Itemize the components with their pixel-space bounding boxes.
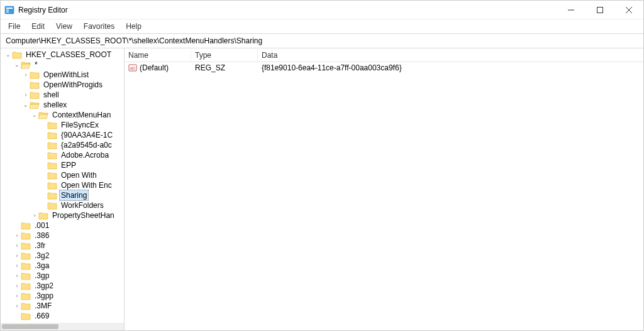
tree-node-cmh-child[interactable]: Adobe.Acroba: [1, 150, 124, 160]
registry-editor-window: Registry Editor File Edit View Favorites…: [0, 0, 644, 331]
folder-icon: [21, 291, 31, 300]
folder-open-icon: [21, 60, 31, 69]
folder-icon: [47, 131, 57, 139]
tree-node-cmh-child[interactable]: Sharing: [1, 190, 124, 200]
value-data: {f81e9010-6ea4-11ce-a7ff-00aa003ca9f6}: [258, 63, 643, 72]
address-input[interactable]: [4, 36, 640, 46]
chevron-right-icon[interactable]: ›: [13, 291, 21, 301]
folder-icon: [21, 281, 31, 290]
window-title: Registry Editor: [18, 6, 557, 14]
chevron-right-icon[interactable]: ›: [13, 241, 21, 251]
tree-node-label: {90AA3A4E-1C: [60, 130, 114, 140]
folder-icon: [47, 121, 57, 129]
chevron-down-icon[interactable]: ⌄: [4, 50, 12, 60]
tree-node-label: OpenWithList: [42, 70, 90, 80]
menu-file[interactable]: File: [3, 21, 25, 32]
tree-node-cmh-child[interactable]: WorkFolders: [1, 200, 124, 210]
maximize-button[interactable]: [586, 1, 614, 19]
tree-node-extension[interactable]: ›.386: [1, 231, 124, 241]
tree-node-extension[interactable]: ›.3ga: [1, 261, 124, 271]
svg-rect-4: [597, 7, 603, 13]
tree-node-extension[interactable]: .669: [1, 311, 124, 321]
chevron-down-icon[interactable]: ⌄: [13, 60, 21, 70]
tree-node-label: .3gp2: [33, 281, 55, 291]
menu-help[interactable]: Help: [121, 21, 147, 32]
chevron-right-icon[interactable]: ›: [13, 261, 21, 271]
tree-node-cmh-child[interactable]: {a2a9545d-a0c: [1, 140, 124, 150]
tree-node-contextmenuhandlers[interactable]: ⌄ ContextMenuHan: [1, 110, 124, 120]
chevron-right-icon[interactable]: ›: [13, 231, 21, 241]
chevron-down-icon[interactable]: ⌄: [31, 110, 38, 120]
tree-node-cmh-child[interactable]: EPP: [1, 160, 124, 170]
menu-edit[interactable]: Edit: [26, 21, 50, 32]
tree-node-extension[interactable]: .001: [1, 220, 124, 231]
tree-node-label: OpenWithProgids: [42, 80, 104, 90]
chevron-right-icon[interactable]: ›: [22, 70, 30, 80]
tree-node-label: {a2a9545d-a0c: [60, 140, 113, 150]
svg-rect-2: [6, 9, 9, 11]
tree-node-label: Open With: [60, 170, 98, 180]
tree-node-label: .3gp: [33, 271, 50, 281]
menu-favorites[interactable]: Favorites: [79, 21, 119, 32]
string-value-icon: ab: [128, 63, 137, 72]
close-button[interactable]: [614, 1, 643, 19]
tree-node-cmh-child[interactable]: Open With Enc: [1, 180, 124, 190]
chevron-right-icon[interactable]: ›: [22, 90, 30, 100]
tree-node-extension[interactable]: ›.3gpp: [1, 291, 124, 301]
folder-icon: [21, 301, 31, 310]
tree-node-extension[interactable]: ›.3MF: [1, 301, 124, 311]
tree-node-openwithprogids[interactable]: OpenWithProgids: [1, 80, 124, 90]
tree-node-label: ContextMenuHan: [51, 110, 112, 120]
menu-view[interactable]: View: [51, 21, 77, 32]
tree-node-openwithlist[interactable]: › OpenWithList: [1, 70, 124, 80]
chevron-down-icon[interactable]: ⌄: [22, 100, 30, 110]
tree-node-cmh-child[interactable]: FileSyncEx: [1, 120, 124, 130]
regedit-icon: [4, 5, 14, 15]
tree-node-star[interactable]: ⌄ *: [1, 60, 124, 70]
list-body[interactable]: ab (Default) REG_SZ {f81e9010-6ea4-11ce-…: [125, 62, 643, 330]
tree-node-propertysheethandlers[interactable]: › PropertySheetHan: [1, 210, 124, 220]
tree-node-shell[interactable]: › shell: [1, 90, 124, 100]
tree-node-cmh-child[interactable]: Open With: [1, 170, 124, 180]
chevron-right-icon[interactable]: ›: [13, 271, 21, 281]
tree-node-shellex[interactable]: ⌄ shellex: [1, 100, 124, 110]
tree-node-label: Sharing: [60, 190, 88, 200]
chevron-right-icon[interactable]: ›: [13, 281, 21, 291]
column-header-name[interactable]: Name: [125, 49, 191, 62]
list-pane: Name Type Data ab (Default): [125, 48, 643, 330]
svg-rect-3: [6, 11, 9, 13]
scrollbar-thumb[interactable]: [2, 324, 58, 329]
folder-icon: [47, 191, 57, 200]
column-header-data[interactable]: Data: [258, 49, 643, 62]
folder-icon: [30, 90, 40, 99]
folder-icon: [21, 251, 31, 260]
list-header: Name Type Data: [125, 48, 643, 62]
tree-node-extension[interactable]: ›.3gp: [1, 271, 124, 281]
tree-node-hkcr[interactable]: ⌄ HKEY_CLASSES_ROOT: [1, 50, 124, 60]
tree-node-label: shellex: [42, 100, 68, 110]
tree-node-label: .3ga: [33, 261, 50, 271]
tree-node-label: WorkFolders: [60, 200, 105, 210]
folder-icon: [38, 211, 48, 220]
tree-node-extension[interactable]: ›.3gp2: [1, 281, 124, 291]
folder-icon: [47, 161, 57, 170]
svg-rect-1: [6, 8, 13, 9]
folder-icon: [30, 80, 40, 89]
folder-icon: [47, 181, 57, 190]
tree-node-label: PropertySheetHan: [51, 210, 116, 220]
column-header-type[interactable]: Type: [191, 49, 258, 62]
folder-icon: [30, 70, 40, 79]
value-row[interactable]: ab (Default) REG_SZ {f81e9010-6ea4-11ce-…: [125, 62, 643, 73]
tree-horizontal-scrollbar[interactable]: [1, 323, 124, 330]
tree-node-label: .3MF: [33, 301, 53, 311]
chevron-right-icon[interactable]: ›: [13, 251, 21, 261]
tree-node-extension[interactable]: ›.3fr: [1, 241, 124, 251]
tree-node-cmh-child[interactable]: {90AA3A4E-1C: [1, 130, 124, 140]
tree-scroll[interactable]: ⌄ HKEY_CLASSES_ROOT ⌄ * › OpenWithList: [1, 48, 124, 323]
tree-node-extension[interactable]: ›.3g2: [1, 251, 124, 261]
folder-open-icon: [30, 100, 40, 109]
minimize-button[interactable]: [557, 1, 586, 19]
chevron-right-icon[interactable]: ›: [13, 301, 21, 311]
folder-icon: [21, 271, 31, 280]
chevron-right-icon[interactable]: ›: [31, 210, 38, 220]
